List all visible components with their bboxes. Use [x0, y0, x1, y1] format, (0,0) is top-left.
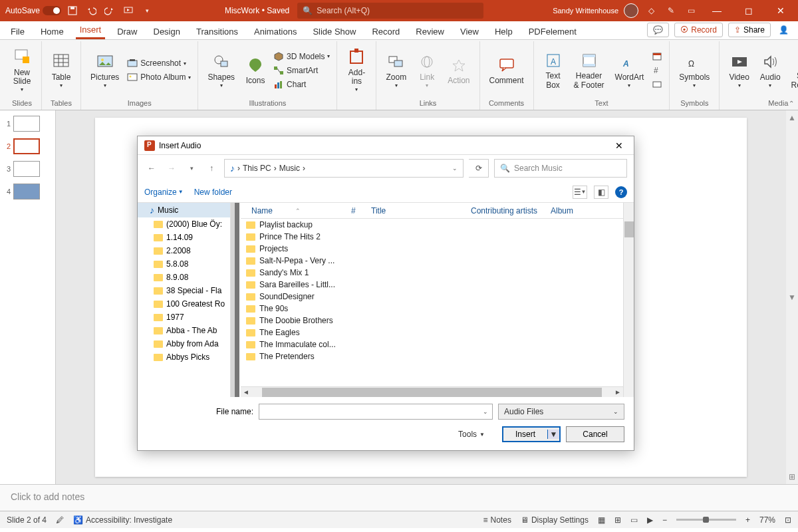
file-row[interactable]: Salt-N-Pepa - Very ...: [241, 255, 623, 267]
tree-item[interactable]: 8.9.08: [138, 271, 230, 284]
addins-button[interactable]: Add- ins▾: [342, 46, 370, 94]
chevron-down-icon[interactable]: ⌄: [452, 165, 458, 172]
symbols-button[interactable]: ΩSymbols▾: [675, 51, 714, 90]
zoom-out-icon[interactable]: −: [662, 515, 667, 525]
comments-toggle[interactable]: 💬: [647, 23, 669, 37]
comment-button[interactable]: Comment: [485, 54, 528, 86]
horizontal-scrollbar[interactable]: ◄ ►: [241, 386, 623, 397]
slide-number-button[interactable]: #: [650, 65, 664, 76]
tree-item[interactable]: 1.14.09: [138, 231, 230, 244]
reading-view-icon[interactable]: ▭: [630, 515, 638, 525]
zoom-level[interactable]: 77%: [759, 515, 775, 525]
col-number[interactable]: #: [346, 206, 366, 215]
display-settings[interactable]: 🖥Display Settings: [521, 515, 589, 525]
zoom-in-icon[interactable]: +: [745, 515, 750, 525]
avatar[interactable]: [624, 3, 638, 18]
file-row[interactable]: SoundDesigner: [241, 291, 623, 303]
insert-button[interactable]: Insert▼: [502, 426, 561, 442]
qat-dropdown-icon[interactable]: ▾: [140, 3, 154, 18]
notes-pane[interactable]: Click to add notes: [0, 484, 798, 511]
tree-item[interactable]: Abba - The Ab: [138, 324, 230, 337]
normal-view-icon[interactable]: ▦: [598, 515, 605, 525]
notes-toggle[interactable]: ≡Notes: [483, 515, 511, 525]
zoom-button[interactable]: Zoom▾: [382, 51, 410, 90]
text-box-button[interactable]: AText Box: [539, 49, 567, 90]
tab-view[interactable]: View: [456, 24, 483, 39]
tab-review[interactable]: Review: [412, 24, 448, 39]
tree-item[interactable]: Abby from Ada: [138, 337, 230, 350]
sorter-view-icon[interactable]: ⊞: [614, 515, 621, 525]
tools-menu[interactable]: Tools▼: [458, 430, 485, 439]
col-title[interactable]: Title: [366, 206, 466, 215]
redo-icon[interactable]: [102, 3, 117, 18]
scroll-right-icon[interactable]: ►: [612, 388, 623, 396]
file-name-input[interactable]: ⌄: [259, 404, 493, 420]
tab-animations[interactable]: Animations: [250, 24, 301, 39]
file-vertical-scrollbar[interactable]: [623, 203, 634, 397]
tree-item-music[interactable]: ♪Music: [138, 203, 230, 217]
file-row[interactable]: The Eagles: [241, 327, 623, 338]
forward-button[interactable]: →: [164, 161, 179, 176]
share-button[interactable]: ⇪Share: [728, 23, 771, 37]
tree-resize-handle-dark[interactable]: [235, 203, 239, 397]
file-row[interactable]: Prince The Hits 2: [241, 231, 623, 243]
slide-thumb-4[interactable]: 4: [3, 184, 53, 200]
wordart-button[interactable]: AWordArt▾: [611, 51, 648, 90]
ribbon-display-icon[interactable]: ▭: [684, 3, 698, 18]
shapes-button[interactable]: Shapes▾: [203, 51, 239, 90]
view-list-icon[interactable]: ☰ ▼: [573, 186, 587, 199]
zoom-slider[interactable]: [676, 519, 736, 521]
tree-item[interactable]: 5.8.08: [138, 257, 230, 271]
accessibility-status[interactable]: ♿Accessibility: Investigate: [73, 515, 172, 525]
tab-draw[interactable]: Draw: [113, 24, 141, 39]
vertical-scrollbar[interactable]: ▲▼⊞: [786, 110, 798, 484]
search-box[interactable]: 🔍 Search (Alt+Q): [297, 3, 483, 19]
preview-pane-icon[interactable]: ◧: [594, 186, 608, 199]
tree-item[interactable]: 100 Greatest Ro: [138, 297, 230, 311]
date-time-button[interactable]: [650, 51, 664, 63]
icons-button[interactable]: Icons: [241, 54, 269, 86]
tree-item[interactable]: 38 Special - Fla: [138, 284, 230, 297]
maximize-button[interactable]: ◻: [735, 0, 762, 21]
tab-transitions[interactable]: Transitions: [192, 24, 242, 39]
video-button[interactable]: Video▾: [725, 51, 753, 90]
tree-item[interactable]: 2.2008: [138, 244, 230, 257]
smartart-button[interactable]: SmartArt: [272, 65, 331, 76]
col-name[interactable]: Name⌃: [246, 206, 346, 215]
file-row[interactable]: Sandy's Mix 1: [241, 267, 623, 279]
file-row[interactable]: The Pretenders: [241, 350, 623, 362]
file-row[interactable]: Projects: [241, 243, 623, 255]
table-button[interactable]: Table▾: [47, 51, 75, 90]
tab-insert[interactable]: Insert: [76, 22, 106, 39]
slide-thumb-2[interactable]: 2: [3, 138, 53, 154]
breadcrumb[interactable]: ♪ › This PC › Music › ⌄: [224, 159, 464, 178]
cancel-button[interactable]: Cancel: [566, 426, 624, 442]
slide-thumb-1[interactable]: 1: [3, 116, 53, 132]
tree-item[interactable]: Abbys Picks: [138, 350, 230, 364]
screenshot-button[interactable]: Screenshot ▾: [126, 57, 192, 69]
new-slide-button[interactable]: New Slide▾: [8, 46, 36, 94]
pictures-button[interactable]: Pictures▾: [86, 51, 123, 90]
slide-thumb-3[interactable]: 3: [3, 161, 53, 177]
tab-home[interactable]: Home: [37, 24, 68, 39]
recent-dropdown[interactable]: ▾: [184, 161, 199, 176]
tab-pdfelement[interactable]: PDFelement: [525, 24, 581, 39]
file-type-filter[interactable]: Audio Files⌄: [498, 404, 624, 420]
diamond-icon[interactable]: ◇: [644, 3, 658, 18]
file-row[interactable]: The Immaculate col...: [241, 338, 623, 350]
file-row[interactable]: Sara Bareilles - Littl...: [241, 279, 623, 291]
undo-icon[interactable]: [84, 3, 98, 18]
tab-design[interactable]: Design: [150, 24, 184, 39]
file-row[interactable]: The 90s: [241, 303, 623, 315]
action-button[interactable]: Action: [444, 54, 473, 86]
tab-help[interactable]: Help: [491, 24, 517, 39]
file-row[interactable]: Playlist backup: [241, 219, 623, 231]
col-artists[interactable]: Contributing artists: [466, 206, 545, 215]
account-icon[interactable]: 👤: [776, 25, 791, 35]
tab-record[interactable]: Record: [368, 24, 404, 39]
autosave-toggle[interactable]: AutoSave: [5, 6, 61, 15]
organize-menu[interactable]: Organize ▼: [144, 188, 184, 197]
from-beginning-icon[interactable]: [121, 3, 136, 18]
photo-album-button[interactable]: Photo Album ▾: [126, 71, 192, 83]
fit-icon[interactable]: ⊡: [785, 515, 791, 525]
